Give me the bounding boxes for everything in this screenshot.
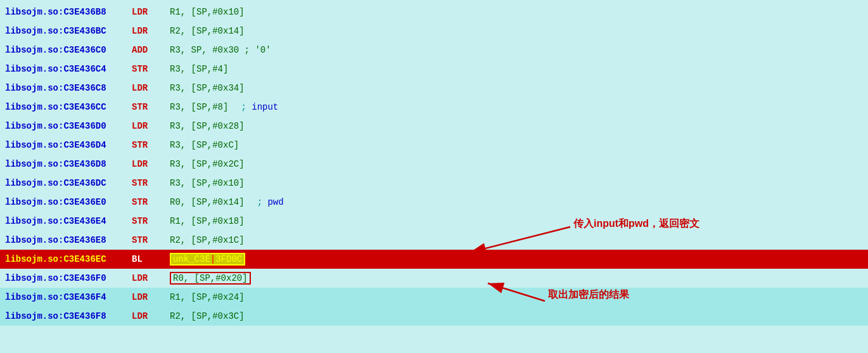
operands-16: R1, [SP,#0x24] bbox=[170, 292, 245, 302]
line-11: libsojm.so:C3E436E0 STR R0, [SP,#0x14] ;… bbox=[0, 193, 868, 212]
addr-13: libsojm.so:C3E436E8 bbox=[5, 235, 132, 245]
operands-4: R3, [SP,#4] bbox=[170, 64, 228, 74]
operands-1: R1, [SP,#0x10] bbox=[170, 7, 245, 17]
operands-3: R3, SP, #0x30 ; '0' bbox=[170, 45, 271, 55]
line-8: libsojm.so:C3E436D4 STR R3, [SP,#0xC] bbox=[0, 136, 868, 155]
addr-10: libsojm.so:C3E436DC bbox=[5, 178, 132, 188]
operands-6: R3, [SP,#8] bbox=[170, 102, 228, 112]
addr-17: libsojm.so:C3E436F8 bbox=[5, 311, 132, 321]
addr-11: libsojm.so:C3E436E0 bbox=[5, 197, 132, 207]
mnemonic-15: LDR bbox=[132, 273, 170, 283]
mnemonic-8: STR bbox=[132, 140, 170, 150]
mnemonic-13: STR bbox=[132, 235, 170, 245]
line-9: libsojm.so:C3E436D8 LDR R3, [SP,#0x2C] bbox=[0, 155, 868, 174]
line-15: libsojm.so:C3E436F0 LDR R0, [SP,#0x20] bbox=[0, 269, 868, 288]
addr-4: libsojm.so:C3E436C4 bbox=[5, 64, 132, 74]
comment-pwd: ; pwd bbox=[257, 197, 284, 207]
line-14-bl[interactable]: libsojm.so:C3E436EC BL unk_C3E|3FD0C bbox=[0, 250, 868, 269]
addr-6: libsojm.so:C3E436CC bbox=[5, 102, 132, 112]
addr-12: libsojm.so:C3E436E4 bbox=[5, 216, 132, 226]
line-16-cyan: libsojm.so:C3E436F4 LDR R1, [SP,#0x24] bbox=[0, 288, 868, 307]
mnemonic-16: LDR bbox=[132, 292, 170, 302]
line-10: libsojm.so:C3E436DC STR R3, [SP,#0x10] bbox=[0, 174, 868, 193]
line-3: libsojm.so:C3E436C0 ADD R3, SP, #0x30 ; … bbox=[0, 41, 868, 60]
line-6: libsojm.so:C3E436CC STR R3, [SP,#8] ; in… bbox=[0, 98, 868, 117]
operands-15-boxed: R0, [SP,#0x20] bbox=[170, 272, 251, 285]
addr-3: libsojm.so:C3E436C0 bbox=[5, 45, 132, 55]
comment-input: ; input bbox=[241, 102, 278, 112]
mnemonic-5: LDR bbox=[132, 83, 170, 93]
line-17-cyan: libsojm.so:C3E436F8 LDR R2, [SP,#0x3C] bbox=[0, 307, 868, 326]
operands-13: R2, [SP,#0x1C] bbox=[170, 235, 245, 245]
addr-9: libsojm.so:C3E436D8 bbox=[5, 159, 132, 169]
operands-8: R3, [SP,#0xC] bbox=[170, 140, 239, 150]
addr-5: libsojm.so:C3E436C8 bbox=[5, 83, 132, 93]
addr-15: libsojm.so:C3E436F0 bbox=[5, 273, 132, 283]
mnemonic-2: LDR bbox=[132, 26, 170, 36]
line-13: libsojm.so:C3E436E8 STR R2, [SP,#0x1C] bbox=[0, 231, 868, 250]
mnemonic-1: LDR bbox=[132, 7, 170, 17]
line-5: libsojm.so:C3E436C8 LDR R3, [SP,#0x34] bbox=[0, 79, 868, 98]
addr-7: libsojm.so:C3E436D0 bbox=[5, 121, 132, 131]
operands-7: R3, [SP,#0x28] bbox=[170, 121, 245, 131]
mnemonic-14: BL bbox=[132, 254, 170, 264]
line-7: libsojm.so:C3E436D0 LDR R3, [SP,#0x28] bbox=[0, 117, 868, 136]
operands-9: R3, [SP,#0x2C] bbox=[170, 159, 245, 169]
mnemonic-6: STR bbox=[132, 102, 170, 112]
line-12: libsojm.so:C3E436E4 STR R1, [SP,#0x18] bbox=[0, 212, 868, 231]
mnemonic-3: ADD bbox=[132, 45, 170, 55]
operands-14-boxed: unk_C3E|3FD0C bbox=[170, 253, 245, 266]
addr-16: libsojm.so:C3E436F4 bbox=[5, 292, 132, 302]
operands-2: R2, [SP,#0x14] bbox=[170, 26, 245, 36]
mnemonic-4: STR bbox=[132, 64, 170, 74]
operands-17: R2, [SP,#0x3C] bbox=[170, 311, 245, 321]
addr-14: libsojm.so:C3E436EC bbox=[5, 254, 132, 264]
operands-5: R3, [SP,#0x34] bbox=[170, 83, 245, 93]
line-4: libsojm.so:C3E436C4 STR R3, [SP,#4] bbox=[0, 60, 868, 79]
code-container: libsojm.so:C3E436B8 LDR R1, [SP,#0x10] l… bbox=[0, 0, 868, 353]
line-2: libsojm.so:C3E436BC LDR R2, [SP,#0x14] bbox=[0, 22, 868, 41]
addr-8: libsojm.so:C3E436D4 bbox=[5, 140, 132, 150]
operands-11: R0, [SP,#0x14] bbox=[170, 197, 245, 207]
mnemonic-12: STR bbox=[132, 216, 170, 226]
mnemonic-17: LDR bbox=[132, 311, 170, 321]
addr-1: libsojm.so:C3E436B8 bbox=[5, 7, 132, 17]
operands-10: R3, [SP,#0x10] bbox=[170, 178, 245, 188]
mnemonic-9: LDR bbox=[132, 159, 170, 169]
mnemonic-7: LDR bbox=[132, 121, 170, 131]
mnemonic-10: STR bbox=[132, 178, 170, 188]
operands-12: R1, [SP,#0x18] bbox=[170, 216, 245, 226]
line-1: libsojm.so:C3E436B8 LDR R1, [SP,#0x10] bbox=[0, 3, 868, 22]
addr-2: libsojm.so:C3E436BC bbox=[5, 26, 132, 36]
mnemonic-11: STR bbox=[132, 197, 170, 207]
